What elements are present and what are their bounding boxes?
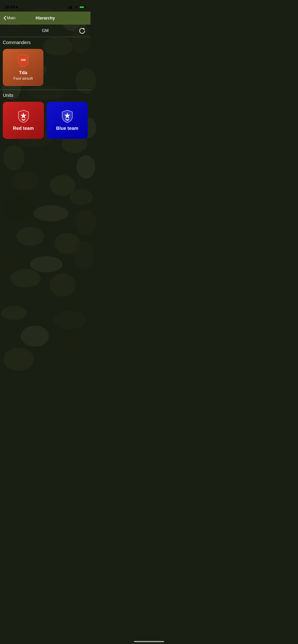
gm-badge: GM [17,54,29,67]
back-button[interactable]: Main [4,16,16,20]
status-icons [68,6,86,9]
time-display: 10:23 [5,5,15,10]
svg-rect-38 [69,7,70,9]
commander-card-tda[interactable]: GM Tda Fast airsoft [3,49,43,86]
nav-title: Hierarchy [36,16,55,21]
status-bar: 10:23 [0,0,91,12]
svg-text:GM: GM [21,58,26,62]
wifi-icon [74,6,78,9]
commanders-section: Commanders GM Tda Fast airsoft [0,37,91,90]
blue-team-shield-icon [61,110,73,123]
svg-rect-39 [70,6,71,9]
units-cards: Red team Blue team [0,100,91,142]
svg-rect-40 [71,6,72,9]
svg-rect-37 [68,8,69,9]
units-label: Units [0,90,91,100]
red-team-badge [18,110,30,123]
svg-point-16 [4,145,24,170]
gm-label: GM [42,28,49,33]
commander-name: Tda [19,70,27,75]
units-section: Units Red team [0,90,91,142]
refresh-icon [79,27,86,34]
nav-bar: Main Hierarchy [0,12,91,24]
refresh-button[interactable] [78,26,87,36]
svg-rect-43 [80,6,84,8]
svg-point-17 [37,154,70,170]
svg-rect-42 [85,7,86,8]
gm-shield-icon: GM [17,54,29,68]
blue-team-badge [61,110,73,123]
gm-row: GM [0,24,91,37]
commander-subtitle: Fast airsoft [13,76,33,81]
blue-team-name: Blue team [56,126,79,131]
commanders-label: Commanders [0,37,91,47]
red-team-name: Red team [13,126,34,131]
location-icon [16,6,18,8]
svg-point-19 [12,172,40,190]
commanders-cards: GM Tda Fast airsoft [0,47,91,90]
unit-card-red-team[interactable]: Red team [3,102,44,139]
status-time: 10:23 [5,5,18,10]
signal-icon [68,6,72,9]
back-chevron-icon [4,16,6,20]
unit-card-blue-team[interactable]: Blue team [47,102,88,139]
main-content: GM Commanders G [0,24,91,142]
svg-point-18 [77,155,91,178]
back-label: Main [7,16,16,20]
red-team-shield-icon [18,110,30,123]
battery-icon [79,6,86,9]
